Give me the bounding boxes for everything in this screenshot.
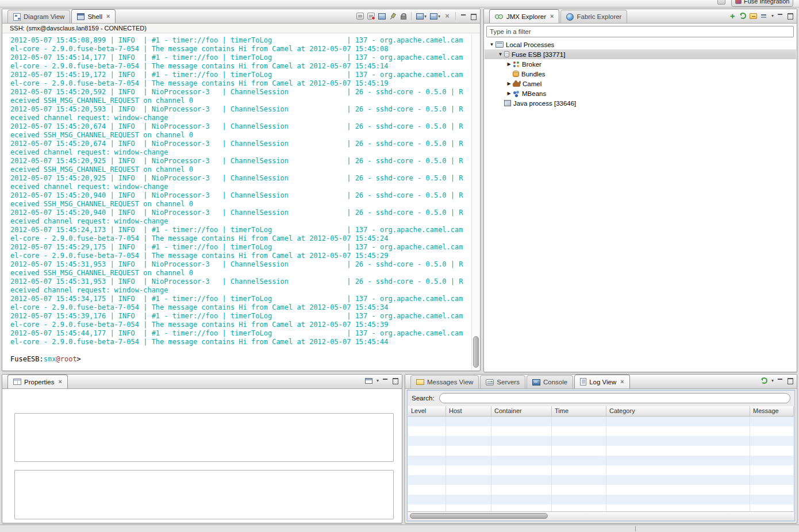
table-cell — [750, 504, 794, 511]
table-cell — [408, 485, 446, 495]
column-header-container[interactable]: Container — [491, 406, 552, 416]
tree-item-local-processes[interactable]: ▼Local Processes — [485, 40, 796, 49]
tab-jmx-explorer[interactable]: JMX Explorer × — [489, 9, 559, 23]
perspective-switcher-icon[interactable] — [717, 0, 725, 5]
tree-item-java-process-33646[interactable]: Java process [33646] — [485, 98, 796, 108]
table-cell — [408, 475, 446, 485]
tree-item-mbeans[interactable]: ▶MBeans — [485, 88, 796, 98]
tab-shell[interactable]: Shell × — [71, 9, 116, 23]
expand-arrow-icon[interactable]: ▶ — [505, 81, 513, 86]
scrollbar-thumb[interactable] — [473, 336, 479, 368]
table-cell — [491, 417, 552, 426]
log-table-header: LevelHostContainerTimeCategoryMessage — [408, 406, 794, 417]
column-header-host[interactable]: Host — [446, 406, 491, 416]
clear-console-icon[interactable] — [378, 13, 386, 20]
tree-item-fuse-esb-33771[interactable]: ▼Fuse ESB [33771] — [485, 49, 796, 59]
tab-properties[interactable]: Properties × — [7, 375, 68, 388]
minimize-button[interactable] — [777, 13, 783, 19]
close-icon[interactable]: × — [58, 379, 62, 385]
open-console-dropdown[interactable]: ▾ — [430, 13, 440, 20]
close-icon[interactable]: × — [620, 379, 624, 385]
terminal[interactable]: 2012-05-07 15:45:08,899 | INFO | #1 - ti… — [3, 34, 479, 370]
terminal-line: eceived channel request: window-change — [10, 217, 469, 226]
table-cell — [552, 436, 606, 446]
collapse-all-icon[interactable] — [750, 13, 757, 19]
table-cell — [408, 495, 446, 504]
expand-arrow-icon[interactable]: ▶ — [505, 91, 513, 96]
terminal-line: el-core - 2.9.0.fuse-beta-7-054 | The me… — [10, 252, 469, 260]
terminal-line: 2012-05-07 15:45:31,953 | INFO | NioProc… — [10, 277, 469, 286]
log-table-body — [408, 417, 794, 511]
jmx-filter-input[interactable] — [486, 26, 794, 37]
minimize-button[interactable] — [460, 13, 467, 20]
column-header-category[interactable]: Category — [606, 406, 750, 416]
table-cell — [606, 475, 750, 485]
tab-fabric-explorer[interactable]: Fabric Explorer — [560, 10, 627, 23]
table-cell — [750, 456, 794, 465]
table-cell — [552, 426, 606, 436]
table-cell — [606, 485, 750, 495]
tab-servers[interactable]: Servers — [480, 375, 525, 388]
collapse-arrow-icon[interactable]: ▼ — [488, 42, 495, 47]
view-menu-icon[interactable]: ▾ — [377, 378, 379, 383]
perspective-button-fuse-integration[interactable]: Fuse Integration — [731, 0, 793, 7]
column-header-time[interactable]: Time — [552, 406, 606, 416]
collapse-arrow-icon[interactable]: ▼ — [497, 52, 504, 57]
add-connection-icon[interactable]: + — [729, 12, 736, 20]
maximize-button[interactable] — [470, 13, 477, 20]
view-menu-icon[interactable]: ▾ — [771, 378, 774, 383]
tab-label: Log View — [589, 379, 616, 385]
tree-item-label: Bundles — [521, 71, 549, 78]
close-icon[interactable]: × — [106, 13, 110, 20]
view-menu-icon[interactable]: ▾ — [771, 13, 774, 18]
minimize-button[interactable] — [777, 377, 783, 384]
minimize-button[interactable] — [382, 377, 389, 384]
tab-diagram-view[interactable]: Diagram View — [7, 10, 70, 23]
display-console-dropdown[interactable]: ▾ — [416, 13, 427, 20]
table-cell — [750, 417, 794, 426]
show-console-stdout-icon[interactable] — [356, 13, 364, 20]
refresh-icon[interactable] — [740, 13, 746, 19]
refresh-icon[interactable] — [761, 377, 767, 384]
properties-tabbar: Properties × ▾ — [2, 375, 402, 389]
terminal-line: el-core - 2.9.0.fuse-beta-7-054 | The me… — [10, 321, 469, 329]
maximize-button[interactable] — [787, 13, 793, 19]
log-horizontal-scrollbar[interactable] — [408, 511, 794, 520]
log-toolbar: ▾ — [761, 377, 793, 384]
ssh-status-bar: SSH: (smx@davsclaus.lan8159 - CONNECTED) — [2, 24, 480, 33]
terminal-line: 2012-05-07 15:45:39,176 | INFO | #1 - ti… — [10, 312, 469, 321]
tree-item-label: Local Processes — [506, 41, 558, 48]
tab-messages-view[interactable]: Messages View — [410, 375, 479, 388]
tree-item-broker[interactable]: ▶Broker — [485, 59, 796, 69]
terminal-line: eceived channel request: window-change — [10, 114, 469, 122]
terminal-line: 2012-05-07 15:45:29,175 | INFO | #1 - ti… — [10, 243, 469, 252]
remove-console-icon[interactable]: × — [444, 13, 451, 20]
tab-label: Diagram View — [24, 13, 64, 20]
column-header-level[interactable]: Level — [408, 406, 446, 416]
show-console-stderr-icon[interactable] — [367, 13, 375, 20]
log-search-input[interactable] — [439, 393, 790, 403]
maximize-button[interactable] — [392, 377, 398, 384]
scroll-lock-icon[interactable] — [400, 13, 406, 20]
maximize-button[interactable] — [787, 377, 793, 384]
tab-console[interactable]: Console — [527, 375, 573, 388]
table-cell — [606, 446, 750, 456]
bundles-icon — [513, 71, 519, 77]
tree-item-bundles[interactable]: Bundles — [485, 69, 796, 79]
messages-view-icon — [416, 379, 424, 385]
servers-icon — [486, 379, 494, 385]
shell-view-panel: Diagram View Shell × ▾ ▾ × — [2, 9, 481, 371]
close-icon[interactable]: × — [550, 13, 554, 20]
terminal-line: 2012-05-07 15:45:24,173 | INFO | #1 - ti… — [10, 226, 469, 234]
table-cell — [552, 475, 606, 485]
scrollbar-thumb[interactable] — [410, 513, 548, 519]
link-with-editor-icon[interactable] — [760, 13, 767, 20]
terminal-scrollbar[interactable] — [471, 34, 480, 370]
tree-item-camel[interactable]: ▶Camel — [485, 79, 796, 88]
expand-arrow-icon[interactable]: ▶ — [505, 61, 513, 67]
pin-properties-icon[interactable] — [365, 378, 372, 384]
column-header-message[interactable]: Message — [750, 406, 794, 416]
pin-console-icon[interactable] — [389, 13, 396, 20]
jmx-toolbar: + ▾ — [729, 12, 793, 20]
tab-log-view[interactable]: Log View × — [574, 375, 630, 388]
